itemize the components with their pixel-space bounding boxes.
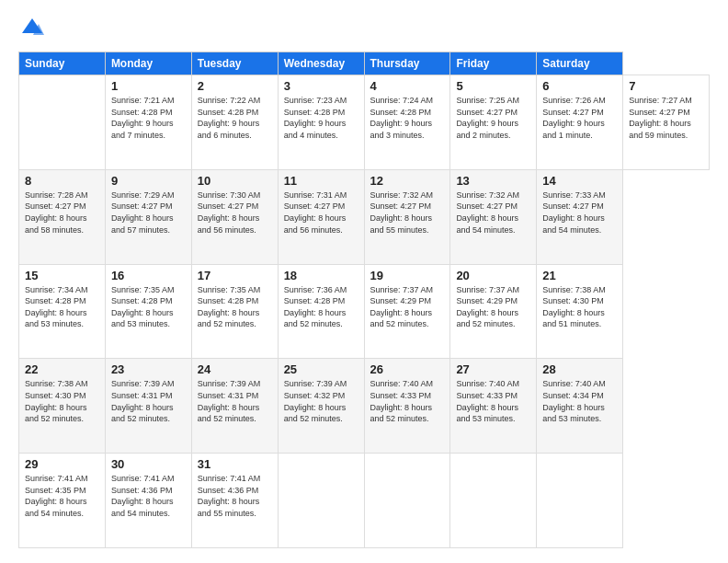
day-number: 28 (542, 362, 617, 376)
cell-text: Sunrise: 7:41 AMSunset: 4:35 PMDaylight:… (25, 474, 88, 518)
table-row: 26 Sunrise: 7:40 AMSunset: 4:33 PMDaylig… (364, 359, 450, 454)
table-row: 20 Sunrise: 7:37 AMSunset: 4:29 PMDaylig… (450, 264, 537, 359)
cell-text: Sunrise: 7:40 AMSunset: 4:34 PMDaylight:… (542, 379, 606, 423)
cell-text: Sunrise: 7:24 AMSunset: 4:28 PMDaylight:… (370, 96, 434, 140)
calendar-week-1: 8 Sunrise: 7:28 AMSunset: 4:27 PMDayligh… (19, 169, 710, 264)
cell-text: Sunrise: 7:32 AMSunset: 4:27 PMDaylight:… (456, 190, 519, 235)
table-row: 17 Sunrise: 7:35 AMSunset: 4:28 PMDaylig… (191, 264, 278, 359)
table-row (278, 454, 364, 548)
day-number: 29 (25, 457, 99, 471)
table-row: 27 Sunrise: 7:40 AMSunset: 4:33 PMDaylig… (450, 359, 537, 454)
day-number: 6 (542, 79, 617, 93)
col-thursday: Thursday (364, 52, 450, 75)
cell-text: Sunrise: 7:27 AMSunset: 4:27 PMDaylight:… (629, 96, 692, 140)
day-number: 20 (456, 269, 530, 282)
cell-text: Sunrise: 7:37 AMSunset: 4:29 PMDaylight:… (370, 285, 434, 329)
page: Sunday Monday Tuesday Wednesday Thursday… (0, 0, 728, 563)
header (18, 15, 710, 42)
empty-cell (19, 75, 106, 170)
day-number: 21 (542, 269, 617, 282)
calendar-body: 1 Sunrise: 7:21 AMSunset: 4:28 PMDayligh… (19, 75, 710, 548)
day-number: 4 (370, 79, 445, 93)
col-saturday: Saturday (537, 52, 623, 75)
cell-text: Sunrise: 7:39 AMSunset: 4:31 PMDaylight:… (198, 379, 261, 423)
day-number: 15 (25, 269, 99, 282)
day-number: 8 (25, 174, 99, 188)
day-number: 25 (284, 362, 358, 376)
cell-text: Sunrise: 7:32 AMSunset: 4:27 PMDaylight:… (370, 190, 434, 235)
cell-text: Sunrise: 7:39 AMSunset: 4:31 PMDaylight:… (111, 379, 175, 423)
table-row: 7 Sunrise: 7:27 AMSunset: 4:27 PMDayligh… (623, 75, 710, 170)
day-number: 13 (456, 174, 530, 188)
table-row: 6 Sunrise: 7:26 AMSunset: 4:27 PMDayligh… (537, 75, 623, 170)
cell-text: Sunrise: 7:36 AMSunset: 4:28 PMDaylight:… (284, 285, 347, 329)
table-row: 21 Sunrise: 7:38 AMSunset: 4:30 PMDaylig… (537, 264, 623, 359)
table-row: 14 Sunrise: 7:33 AMSunset: 4:27 PMDaylig… (537, 169, 623, 264)
table-row: 9 Sunrise: 7:29 AMSunset: 4:27 PMDayligh… (105, 169, 191, 264)
day-number: 18 (284, 269, 358, 282)
calendar-table: Sunday Monday Tuesday Wednesday Thursday… (18, 52, 710, 548)
table-row: 19 Sunrise: 7:37 AMSunset: 4:29 PMDaylig… (364, 264, 450, 359)
table-row: 30 Sunrise: 7:41 AMSunset: 4:36 PMDaylig… (105, 454, 191, 548)
table-row: 16 Sunrise: 7:35 AMSunset: 4:28 PMDaylig… (105, 264, 191, 359)
cell-text: Sunrise: 7:39 AMSunset: 4:32 PMDaylight:… (284, 379, 347, 423)
table-row: 4 Sunrise: 7:24 AMSunset: 4:28 PMDayligh… (364, 75, 450, 170)
cell-text: Sunrise: 7:34 AMSunset: 4:28 PMDaylight:… (25, 285, 88, 329)
calendar-week-4: 29 Sunrise: 7:41 AMSunset: 4:35 PMDaylig… (19, 454, 710, 548)
day-number: 31 (198, 457, 272, 471)
table-row: 29 Sunrise: 7:41 AMSunset: 4:35 PMDaylig… (19, 454, 106, 548)
table-row: 8 Sunrise: 7:28 AMSunset: 4:27 PMDayligh… (19, 169, 106, 264)
table-row: 10 Sunrise: 7:30 AMSunset: 4:27 PMDaylig… (191, 169, 278, 264)
table-row: 22 Sunrise: 7:38 AMSunset: 4:30 PMDaylig… (19, 359, 106, 454)
day-number: 2 (198, 79, 272, 93)
cell-text: Sunrise: 7:26 AMSunset: 4:27 PMDaylight:… (542, 96, 606, 140)
table-row (364, 454, 450, 548)
cell-text: Sunrise: 7:22 AMSunset: 4:28 PMDaylight:… (198, 96, 261, 140)
day-number: 14 (542, 174, 617, 188)
day-number: 9 (111, 174, 186, 188)
cell-text: Sunrise: 7:29 AMSunset: 4:27 PMDaylight:… (111, 190, 175, 235)
day-number: 30 (111, 457, 186, 471)
col-tuesday: Tuesday (191, 52, 278, 75)
table-row: 5 Sunrise: 7:25 AMSunset: 4:27 PMDayligh… (450, 75, 537, 170)
calendar-week-3: 22 Sunrise: 7:38 AMSunset: 4:30 PMDaylig… (19, 359, 710, 454)
table-row: 2 Sunrise: 7:22 AMSunset: 4:28 PMDayligh… (191, 75, 278, 170)
cell-text: Sunrise: 7:41 AMSunset: 4:36 PMDaylight:… (198, 474, 261, 518)
table-row: 12 Sunrise: 7:32 AMSunset: 4:27 PMDaylig… (364, 169, 450, 264)
cell-text: Sunrise: 7:38 AMSunset: 4:30 PMDaylight:… (542, 285, 606, 329)
table-row: 18 Sunrise: 7:36 AMSunset: 4:28 PMDaylig… (278, 264, 364, 359)
logo (18, 15, 50, 42)
day-number: 17 (198, 269, 272, 282)
cell-text: Sunrise: 7:38 AMSunset: 4:30 PMDaylight:… (25, 379, 88, 423)
calendar-week-2: 15 Sunrise: 7:34 AMSunset: 4:28 PMDaylig… (19, 264, 710, 359)
table-row: 13 Sunrise: 7:32 AMSunset: 4:27 PMDaylig… (450, 169, 537, 264)
col-friday: Friday (450, 52, 537, 75)
day-number: 7 (629, 79, 703, 93)
day-number: 22 (25, 362, 99, 376)
table-row: 1 Sunrise: 7:21 AMSunset: 4:28 PMDayligh… (105, 75, 191, 170)
day-number: 12 (370, 174, 445, 188)
calendar-week-0: 1 Sunrise: 7:21 AMSunset: 4:28 PMDayligh… (19, 75, 710, 170)
cell-text: Sunrise: 7:23 AMSunset: 4:28 PMDaylight:… (284, 96, 347, 140)
day-number: 10 (198, 174, 272, 188)
table-row: 15 Sunrise: 7:34 AMSunset: 4:28 PMDaylig… (19, 264, 106, 359)
cell-text: Sunrise: 7:28 AMSunset: 4:27 PMDaylight:… (25, 190, 88, 235)
col-monday: Monday (105, 52, 191, 75)
cell-text: Sunrise: 7:30 AMSunset: 4:27 PMDaylight:… (198, 190, 261, 235)
day-number: 5 (456, 79, 530, 93)
table-row: 28 Sunrise: 7:40 AMSunset: 4:34 PMDaylig… (537, 359, 623, 454)
day-number: 26 (370, 362, 445, 376)
cell-text: Sunrise: 7:25 AMSunset: 4:27 PMDaylight:… (456, 96, 519, 140)
col-wednesday: Wednesday (278, 52, 364, 75)
header-row: Sunday Monday Tuesday Wednesday Thursday… (19, 52, 710, 75)
cell-text: Sunrise: 7:40 AMSunset: 4:33 PMDaylight:… (456, 379, 519, 423)
table-row: 25 Sunrise: 7:39 AMSunset: 4:32 PMDaylig… (278, 359, 364, 454)
cell-text: Sunrise: 7:35 AMSunset: 4:28 PMDaylight:… (111, 285, 175, 329)
table-row (450, 454, 537, 548)
table-row: 23 Sunrise: 7:39 AMSunset: 4:31 PMDaylig… (105, 359, 191, 454)
day-number: 1 (111, 79, 186, 93)
cell-text: Sunrise: 7:37 AMSunset: 4:29 PMDaylight:… (456, 285, 519, 329)
cell-text: Sunrise: 7:40 AMSunset: 4:33 PMDaylight:… (370, 379, 434, 423)
cell-text: Sunrise: 7:41 AMSunset: 4:36 PMDaylight:… (111, 474, 175, 518)
table-row (537, 454, 623, 548)
